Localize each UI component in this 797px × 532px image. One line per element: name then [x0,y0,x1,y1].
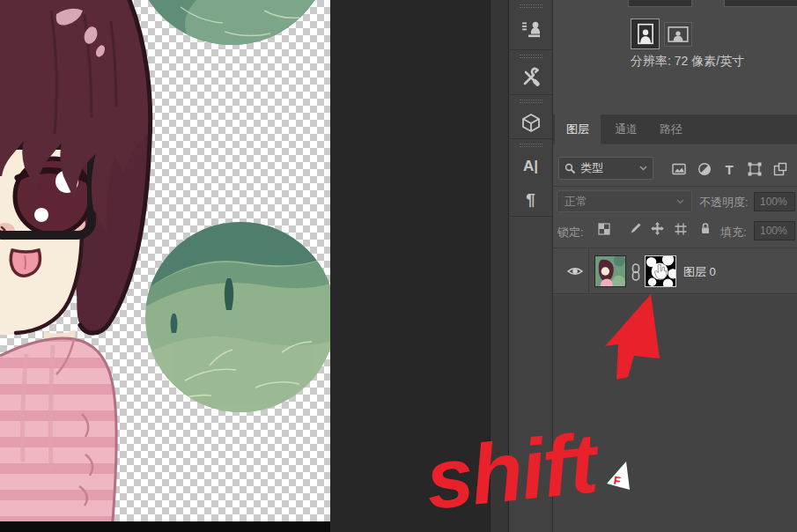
divider [588,248,589,294]
layer-name[interactable]: 图层 0 [683,264,716,280]
cropped-input-field[interactable] [724,0,797,7]
portrait-orientation-icon [638,23,653,45]
opacity-label: 不透明度: [699,195,749,211]
lock-artboard-icon[interactable] [675,223,687,235]
tool-presets-panel-button[interactable] [513,62,549,94]
divider [553,186,797,187]
3d-panel-button[interactable] [513,107,549,138]
filter-type-layers-icon[interactable]: T [722,162,736,176]
fill-value-field[interactable]: 100% [754,221,795,240]
girl-illustration [0,0,151,532]
dock-group-text: A| ¶ [509,139,552,217]
panel-dock-edge[interactable] [490,0,509,532]
fill-label: 填充: [720,225,747,240]
tab-channels[interactable]: 通道 [604,115,648,144]
panel-column: 分辨率: 72 像素/英寸 图层 通道 路径 类型 T [553,0,797,532]
layer-thumbnail[interactable] [594,255,626,287]
filter-pixel-layers-icon[interactable] [672,162,686,176]
dock-group-clone-source [509,0,552,50]
document-bottom-edge [0,521,330,532]
layer-visibility-eye-icon[interactable] [566,265,584,277]
green-circle-middle [145,222,330,414]
panel-tabbar: 图层 通道 路径 [553,115,797,144]
lock-position-icon[interactable] [651,222,664,235]
artwork [0,0,330,532]
tab-layers[interactable]: 图层 [555,115,601,144]
green-circle-top [132,0,330,73]
landscape-orientation-icon [668,26,689,42]
panel-grip[interactable] [520,4,542,8]
blend-mode-dropdown[interactable]: 正常 [557,190,692,212]
paragraph-panel-button[interactable]: ¶ [513,183,549,216]
search-icon [565,163,576,174]
character-panel-icon: A| [523,158,538,175]
document-canvas[interactable] [0,0,330,532]
tool-presets-icon [520,67,542,88]
filter-adjustment-layers-icon[interactable] [697,162,712,176]
pasteboard [330,0,490,532]
blend-mode-value: 正常 [565,194,676,210]
lock-all-icon[interactable] [699,222,712,234]
paragraph-panel-icon: ¶ [526,190,535,210]
filter-smart-objects-icon[interactable] [773,162,787,176]
layers-panel-empty-area[interactable] [553,295,797,532]
filter-shape-layers-icon[interactable] [748,162,762,176]
opacity-value-field[interactable]: 100% [754,192,795,211]
dock-group-3d [509,95,552,139]
resolution-label: 分辨率: 72 像素/英寸 [631,54,744,70]
orientation-landscape-button[interactable] [664,22,692,47]
svg-text:T: T [725,162,733,176]
panel-grip[interactable] [520,55,542,58]
cropped-input-field[interactable] [628,0,692,7]
lock-transparent-pixels-icon[interactable] [598,223,610,235]
layer-mask-link-icon[interactable] [631,263,641,281]
panel-grip[interactable] [520,100,542,103]
orientation-portrait-button[interactable] [631,18,660,49]
chevron-down-icon [639,166,647,171]
chevron-down-icon [676,199,684,204]
lock-image-pixels-icon[interactable] [629,223,641,235]
photoshop-window: A| ¶ 分辨率: 72 像素/英寸 [0,0,797,532]
clone-stamp-icon [520,18,542,39]
tab-paths[interactable]: 路径 [650,115,692,144]
layer-row[interactable]: 图层 0 [553,248,797,294]
dock-group-tool-presets [509,50,552,95]
lock-label: 锁定: [557,225,584,240]
layer-filter-dropdown[interactable]: 类型 [558,157,653,180]
collapsed-panel-dock: A| ¶ [509,0,553,532]
filter-type-label: 类型 [580,160,639,176]
panel-grip[interactable] [520,144,542,147]
character-panel-button[interactable]: A| [513,151,549,183]
3d-cube-icon [520,112,542,133]
clone-source-panel-button[interactable] [513,11,549,45]
layer-mask-thumbnail[interactable] [645,255,676,287]
